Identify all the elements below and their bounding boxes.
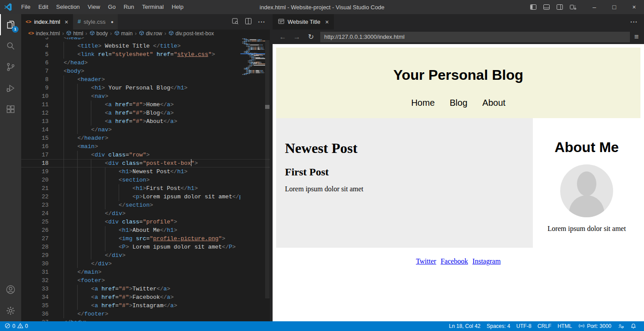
code-line[interactable]: 14</nav>: [21, 126, 270, 134]
open-preview-icon[interactable]: [232, 18, 239, 26]
menu-terminal[interactable]: Terminal: [138, 0, 168, 14]
code-line[interactable]: 13<a href="#">About</a>: [21, 117, 270, 126]
customize-layout-icon[interactable]: [569, 4, 577, 11]
site-nav-link-blog[interactable]: Blog: [450, 98, 468, 108]
code-line[interactable]: 26<h1>About Me</h1>: [21, 226, 270, 234]
feedback-icon[interactable]: [614, 323, 627, 329]
back-icon[interactable]: ←: [278, 33, 288, 41]
close-window-icon[interactable]: ×: [624, 0, 644, 14]
indent-guide: [64, 117, 91, 126]
minimize-icon[interactable]: –: [584, 0, 604, 14]
code-line[interactable]: 30</div>: [21, 260, 270, 268]
editor-scrollbar[interactable]: [265, 37, 270, 321]
code-line[interactable]: 18<div class="post-text-box">: [21, 159, 270, 167]
encoding[interactable]: UTF-8: [513, 323, 535, 329]
code-line[interactable]: 28<P> Lorem ipsum dolor sit amet</P>: [21, 243, 270, 251]
code-line[interactable]: 33<a href="#">Twitter</a>: [21, 285, 270, 293]
code-line[interactable]: 31</main>: [21, 268, 270, 276]
more-actions-icon[interactable]: ···: [258, 19, 266, 26]
code-line[interactable]: 37</body>: [21, 318, 270, 321]
scrollbar-handle[interactable]: [265, 40, 270, 298]
tab-style-css[interactable]: # style.css ●: [73, 14, 119, 30]
settings-gear-icon[interactable]: [0, 300, 21, 321]
explorer-icon[interactable]: 1: [0, 14, 21, 35]
footer-link-instagram[interactable]: Instagram: [472, 257, 501, 265]
code-line[interactable]: 22<p>Lorem ipsum dolor sit amet</p>: [21, 193, 270, 201]
code-line[interactable]: 27<img src="profile-picture.png">: [21, 234, 270, 243]
code-line[interactable]: 8<header>: [21, 75, 270, 84]
close-tab-icon[interactable]: ×: [325, 19, 329, 26]
code-line[interactable]: 15</header>: [21, 134, 270, 142]
code-line[interactable]: 25<div class="profile">: [21, 218, 270, 226]
source-control-icon[interactable]: [0, 56, 21, 78]
code-line[interactable]: 23</section>: [21, 201, 270, 209]
menu-edit[interactable]: Edit: [34, 0, 52, 14]
line-number: 18: [21, 159, 49, 167]
code-line[interactable]: 35<a href="#">Instagram</a>: [21, 301, 270, 310]
menu-file[interactable]: File: [17, 0, 34, 14]
modified-dot-icon[interactable]: ●: [111, 19, 113, 24]
browser-menu-icon[interactable]: ≡: [634, 33, 639, 41]
code-line[interactable]: 19<h1>Newest Post</h1>: [21, 167, 270, 176]
menu-run[interactable]: Run: [120, 0, 138, 14]
language-mode[interactable]: HTML: [554, 323, 575, 329]
menu-view[interactable]: View: [84, 0, 104, 14]
code-line[interactable]: 24</div>: [21, 209, 270, 218]
reload-icon[interactable]: ↻: [306, 33, 316, 41]
code-editor[interactable]: 3<head>4<title> Website Title </title>5<…: [21, 37, 270, 321]
site-nav-link-home[interactable]: Home: [411, 98, 434, 108]
footer-link-facebook[interactable]: Facebook: [441, 257, 468, 265]
code-line[interactable]: 12<a href="#">Blog</a>: [21, 109, 270, 117]
code-line[interactable]: 4<title> Website Title </title>: [21, 42, 270, 50]
split-editor-icon[interactable]: [245, 18, 252, 26]
code-line[interactable]: 5<link rel="stylesheet" href="style.css"…: [21, 50, 270, 59]
live-server-port[interactable]: Port: 3000: [575, 323, 614, 330]
code-line[interactable]: 32<footer>: [21, 276, 270, 285]
notifications-bell-icon[interactable]: [627, 323, 640, 329]
forward-icon[interactable]: →: [292, 33, 302, 41]
breadcrumb-item-main[interactable]: main: [114, 30, 133, 37]
cursor-position[interactable]: Ln 18, Col 42: [446, 323, 483, 329]
breadcrumb-item-html[interactable]: html: [66, 30, 83, 37]
toggle-secondary-sidebar-icon[interactable]: [556, 4, 563, 11]
footer-link-twitter[interactable]: Twitter: [416, 257, 436, 265]
breadcrumb-item-div-row[interactable]: div.row: [139, 30, 162, 37]
code-line[interactable]: 36</footer>: [21, 310, 270, 318]
run-debug-icon[interactable]: [0, 78, 21, 99]
code-line[interactable]: 21<h1>First Post</h1>: [21, 184, 270, 193]
site-nav-link-about[interactable]: About: [483, 98, 505, 108]
url-input[interactable]: http://127.0.0.1:3000/index.html: [320, 32, 630, 42]
eol-sequence[interactable]: CRLF: [535, 323, 554, 329]
toggle-sidebar-icon[interactable]: [530, 4, 537, 11]
tab-label: Website Title: [288, 19, 320, 25]
maximize-icon[interactable]: □: [604, 0, 624, 14]
code-line[interactable]: 29</div>: [21, 251, 270, 260]
breadcrumb-item-body[interactable]: body: [90, 30, 108, 37]
problems-status[interactable]: 0 0: [4, 323, 28, 330]
extensions-icon[interactable]: [0, 99, 21, 120]
tab-website-title[interactable]: Website Title ×: [273, 14, 334, 30]
menu-go[interactable]: Go: [104, 0, 120, 14]
code-line[interactable]: 34<a href="#">Facebook</a>: [21, 293, 270, 301]
menu-selection[interactable]: Selection: [52, 0, 83, 14]
code-line[interactable]: 16<main>: [21, 142, 270, 151]
preview-more-actions-icon[interactable]: ···: [630, 19, 638, 26]
toggle-panel-icon[interactable]: [543, 4, 550, 11]
close-tab-icon[interactable]: ×: [64, 19, 68, 26]
code-line[interactable]: 3<head>: [21, 37, 270, 42]
code-line[interactable]: 9<h1> Your Personal Blog</h1>: [21, 84, 270, 92]
breadcrumb-item-div-post-text-box[interactable]: div.post-text-box: [168, 30, 214, 37]
accounts-icon[interactable]: [0, 279, 21, 300]
minimap[interactable]: [240, 38, 265, 75]
code-line[interactable]: 6</head>: [21, 59, 270, 67]
tab-index-html[interactable]: <> index.html ×: [21, 14, 73, 30]
breadcrumb-item-index-html[interactable]: <>index.html: [28, 30, 60, 37]
code-line[interactable]: 17<div class="row">: [21, 151, 270, 159]
code-line[interactable]: 20<section>: [21, 176, 270, 184]
menu-help[interactable]: Help: [168, 0, 187, 14]
code-line[interactable]: 10<nav>: [21, 92, 270, 100]
indentation[interactable]: Spaces: 4: [483, 323, 513, 329]
code-line[interactable]: 11<a href="#">Home</a>: [21, 100, 270, 109]
search-icon[interactable]: [0, 35, 21, 56]
code-line[interactable]: 7<body>: [21, 67, 270, 75]
